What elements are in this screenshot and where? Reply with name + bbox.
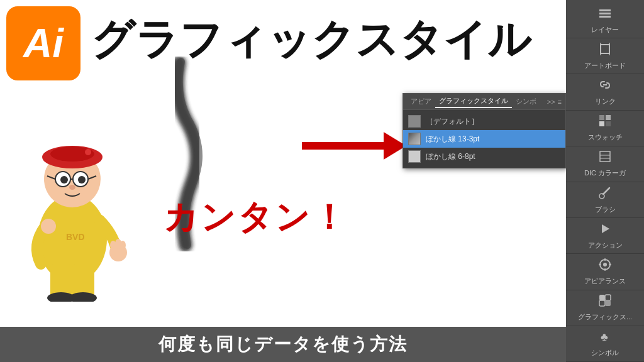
artboard-icon [598, 42, 612, 59]
svg-point-12 [60, 176, 68, 184]
menu-icon: ≡ [558, 98, 562, 106]
style-row-default[interactable]: ［デフォルト］ [403, 112, 565, 130]
style-row-blur2[interactable]: ぼかし線 6-8pt [403, 148, 565, 165]
svg-point-40 [599, 194, 604, 199]
actions-icon [598, 222, 612, 239]
panel-item-layers[interactable]: レイヤー [566, 3, 644, 38]
style-thumb-blur1 [408, 133, 421, 145]
panel-item-actions[interactable]: アクション [566, 218, 644, 254]
ai-logo: Ai [6, 6, 80, 80]
svg-point-23 [41, 219, 56, 234]
svg-rect-24 [599, 9, 611, 11]
symbol-label: シンボル [591, 348, 619, 358]
style-label-default: ［デフォルト］ [426, 116, 479, 127]
kantai-text: カンタン！ [164, 195, 348, 241]
panel-item-links[interactable]: リンク [566, 74, 644, 110]
artboard-label: アートボード [584, 61, 626, 70]
panel-expand[interactable]: >> ≡ [547, 98, 562, 106]
actions-label: アクション [588, 241, 623, 250]
svg-point-9 [85, 149, 91, 155]
ai-logo-text: Ai [23, 23, 64, 63]
svg-point-13 [78, 176, 86, 184]
arrow-shaft [302, 142, 384, 150]
graphic-styles-panel: アピア グラフィックスタイル シンボ >> ≡ ［デフォルト］ ぼかし線 13-… [402, 93, 566, 168]
svg-rect-51 [605, 300, 611, 306]
panel-item-artboard[interactable]: アートボード [566, 38, 644, 74]
svg-rect-37 [600, 151, 610, 162]
style-label-blur1: ぼかし線 13-3pt [426, 134, 479, 145]
swatches-icon [598, 114, 612, 131]
panel-header: アピア グラフィックスタイル シンボ >> ≡ [403, 94, 565, 110]
graphic-styles-panel-label: グラフィックス... [578, 312, 632, 322]
appearance-label: アピアランス [584, 277, 626, 286]
panel-item-swatches[interactable]: スウォッチ [566, 111, 644, 146]
svg-text:BVD: BVD [66, 232, 85, 242]
symbol-icon: ♣ [598, 329, 612, 346]
swatches-label: スウォッチ [588, 133, 623, 142]
red-arrow [302, 132, 406, 160]
svg-point-20 [119, 241, 126, 250]
svg-marker-41 [602, 224, 609, 233]
svg-rect-33 [599, 115, 604, 120]
tab-apia[interactable]: アピア [407, 96, 435, 107]
svg-rect-36 [606, 121, 611, 126]
svg-rect-49 [605, 295, 611, 300]
panel-body: ［デフォルト］ ぼかし線 13-3pt ぼかし線 6-8pt [403, 110, 565, 168]
appearance-icon [598, 258, 612, 275]
svg-rect-34 [606, 115, 611, 120]
tab-graphic-styles[interactable]: グラフィックスタイル [435, 95, 512, 108]
bottom-bar: 何度も同じデータを使う方法 [0, 327, 566, 362]
style-row-blur1[interactable]: ぼかし線 13-3pt [403, 130, 565, 148]
bottom-bar-text: 何度も同じデータを使う方法 [158, 332, 408, 356]
dic-icon [598, 150, 612, 167]
layers-icon [598, 6, 612, 23]
links-label: リンク [595, 97, 616, 106]
svg-point-17 [69, 185, 75, 190]
svg-rect-27 [601, 45, 609, 53]
style-label-blur2: ぼかし線 6-8pt [426, 151, 475, 162]
svg-point-43 [603, 263, 607, 266]
style-thumb-default [408, 115, 421, 128]
panel-item-graphic-styles[interactable]: グラフィックス... [566, 290, 644, 326]
brush-label: ブラシ [595, 205, 616, 214]
svg-text:♣: ♣ [601, 331, 608, 343]
right-panel: レイヤー アートボード リンク [566, 0, 644, 362]
tab-symbol[interactable]: シンボ [512, 96, 540, 107]
link-icon [598, 78, 612, 95]
character-illustration: BVD [6, 82, 138, 302]
brush-icon [598, 186, 612, 203]
graphic-styles-icon [598, 293, 612, 310]
layers-label: レイヤー [591, 25, 619, 35]
svg-rect-35 [599, 121, 604, 126]
expand-arrow: >> [547, 98, 555, 106]
svg-rect-25 [599, 13, 611, 14]
svg-rect-50 [599, 300, 605, 306]
panel-item-dic[interactable]: DIC カラーガ [566, 146, 644, 182]
page-title: グラフィックスタイル [91, 11, 531, 69]
panel-item-symbol[interactable]: ♣ シンボル [566, 326, 644, 362]
svg-rect-26 [599, 16, 611, 18]
dic-label: DIC カラーガ [584, 168, 626, 178]
svg-rect-48 [599, 295, 605, 300]
panel-item-brush[interactable]: ブラシ [566, 182, 644, 218]
svg-point-21 [110, 241, 116, 250]
style-thumb-blur2 [408, 150, 421, 163]
panel-item-appearance[interactable]: アピアランス [566, 254, 644, 290]
